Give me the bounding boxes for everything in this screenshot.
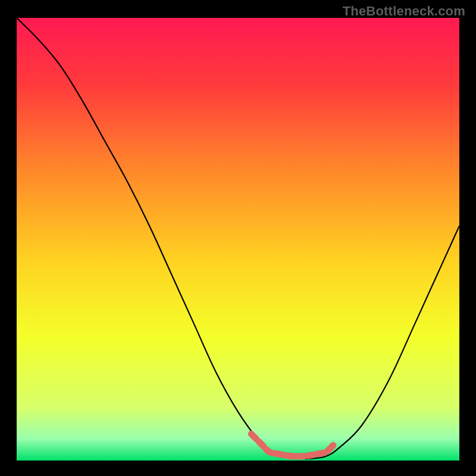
watermark-text: TheBottleneck.com (343, 4, 465, 19)
chart-svg (17, 18, 459, 461)
chart-frame: TheBottleneck.com (0, 0, 476, 476)
plot-area (17, 18, 459, 461)
gradient-background (17, 18, 459, 461)
